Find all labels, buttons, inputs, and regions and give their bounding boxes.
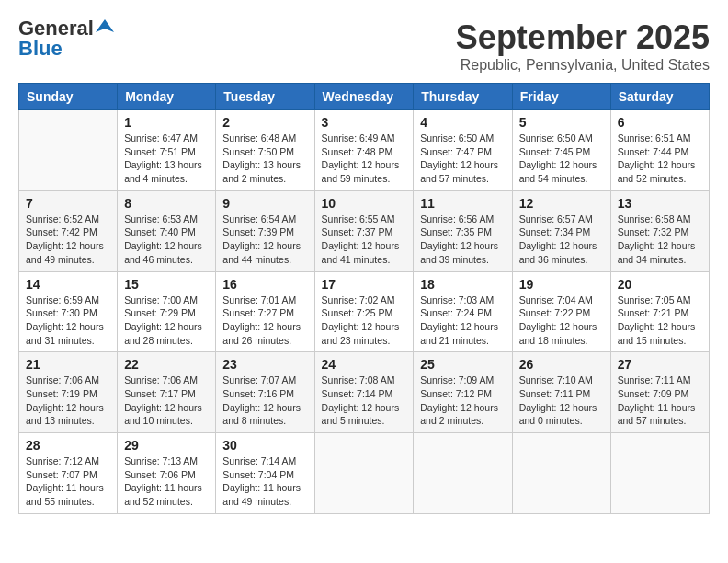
day-number: 2	[222, 115, 307, 130]
day-info: Sunrise: 7:09 AM Sunset: 7:12 PM Dayligh…	[420, 373, 505, 428]
day-info: Sunrise: 7:14 AM Sunset: 7:04 PM Dayligh…	[222, 454, 307, 509]
calendar-cell: 4Sunrise: 6:50 AM Sunset: 7:47 PM Daylig…	[414, 110, 512, 191]
day-number: 8	[124, 196, 209, 211]
calendar-cell: 3Sunrise: 6:49 AM Sunset: 7:48 PM Daylig…	[314, 110, 414, 191]
calendar-week-row: 1Sunrise: 6:47 AM Sunset: 7:51 PM Daylig…	[19, 110, 710, 191]
logo-bird-icon	[96, 17, 114, 36]
day-number: 6	[618, 115, 702, 130]
day-number: 5	[519, 115, 604, 130]
calendar-cell: 25Sunrise: 7:09 AM Sunset: 7:12 PM Dayli…	[414, 352, 512, 433]
day-info: Sunrise: 6:50 AM Sunset: 7:45 PM Dayligh…	[519, 132, 604, 186]
logo-general-text: General	[18, 18, 94, 39]
day-number: 17	[322, 277, 407, 292]
calendar-cell: 1Sunrise: 6:47 AM Sunset: 7:51 PM Daylig…	[118, 110, 216, 191]
day-info: Sunrise: 7:08 AM Sunset: 7:14 PM Dayligh…	[322, 373, 407, 428]
title-block: September 2025 Republic, Pennsylvania, U…	[456, 18, 710, 74]
day-info: Sunrise: 7:04 AM Sunset: 7:22 PM Dayligh…	[519, 293, 604, 348]
calendar-cell	[19, 110, 118, 191]
day-number: 15	[124, 277, 209, 292]
calendar-cell	[610, 433, 709, 514]
day-number: 14	[26, 277, 110, 292]
day-info: Sunrise: 6:50 AM Sunset: 7:47 PM Dayligh…	[420, 132, 505, 186]
calendar-cell: 17Sunrise: 7:02 AM Sunset: 7:25 PM Dayli…	[314, 271, 414, 352]
day-info: Sunrise: 6:51 AM Sunset: 7:44 PM Dayligh…	[618, 132, 702, 186]
weekday-header-saturday: Saturday	[610, 84, 709, 110]
day-info: Sunrise: 6:52 AM Sunset: 7:42 PM Dayligh…	[26, 213, 110, 267]
day-number: 19	[519, 277, 604, 292]
day-info: Sunrise: 6:57 AM Sunset: 7:34 PM Dayligh…	[519, 213, 604, 267]
day-info: Sunrise: 7:06 AM Sunset: 7:19 PM Dayligh…	[26, 373, 110, 428]
calendar-cell: 15Sunrise: 7:00 AM Sunset: 7:29 PM Dayli…	[118, 271, 216, 352]
day-number: 4	[420, 115, 505, 130]
day-info: Sunrise: 6:54 AM Sunset: 7:39 PM Dayligh…	[222, 213, 307, 267]
weekday-header-wednesday: Wednesday	[314, 84, 414, 110]
day-number: 13	[618, 196, 702, 211]
calendar-cell: 10Sunrise: 6:55 AM Sunset: 7:37 PM Dayli…	[314, 190, 414, 271]
calendar-cell: 11Sunrise: 6:56 AM Sunset: 7:35 PM Dayli…	[414, 190, 512, 271]
calendar-week-row: 21Sunrise: 7:06 AM Sunset: 7:19 PM Dayli…	[19, 352, 710, 433]
location-text: Republic, Pennsylvania, United States	[456, 57, 710, 74]
calendar-cell: 18Sunrise: 7:03 AM Sunset: 7:24 PM Dayli…	[414, 271, 512, 352]
calendar-cell: 21Sunrise: 7:06 AM Sunset: 7:19 PM Dayli…	[19, 352, 118, 433]
calendar-cell: 28Sunrise: 7:12 AM Sunset: 7:07 PM Dayli…	[19, 433, 118, 514]
day-number: 7	[26, 196, 110, 211]
weekday-header-thursday: Thursday	[414, 84, 512, 110]
day-info: Sunrise: 6:48 AM Sunset: 7:50 PM Dayligh…	[222, 132, 307, 186]
day-info: Sunrise: 7:05 AM Sunset: 7:21 PM Dayligh…	[618, 293, 702, 348]
day-number: 1	[124, 115, 209, 130]
calendar-cell: 20Sunrise: 7:05 AM Sunset: 7:21 PM Dayli…	[610, 271, 709, 352]
day-info: Sunrise: 6:47 AM Sunset: 7:51 PM Dayligh…	[124, 132, 209, 186]
weekday-header-monday: Monday	[118, 84, 216, 110]
weekday-header-sunday: Sunday	[19, 84, 118, 110]
calendar-cell: 8Sunrise: 6:53 AM Sunset: 7:40 PM Daylig…	[118, 190, 216, 271]
day-info: Sunrise: 7:02 AM Sunset: 7:25 PM Dayligh…	[322, 293, 407, 348]
calendar-cell: 24Sunrise: 7:08 AM Sunset: 7:14 PM Dayli…	[314, 352, 414, 433]
day-number: 20	[618, 277, 702, 292]
day-number: 23	[222, 357, 307, 372]
calendar-cell: 22Sunrise: 7:06 AM Sunset: 7:17 PM Dayli…	[118, 352, 216, 433]
month-title: September 2025	[456, 18, 710, 57]
day-info: Sunrise: 7:03 AM Sunset: 7:24 PM Dayligh…	[420, 293, 505, 348]
day-number: 21	[26, 357, 110, 372]
calendar-week-row: 7Sunrise: 6:52 AM Sunset: 7:42 PM Daylig…	[19, 190, 710, 271]
day-number: 18	[420, 277, 505, 292]
calendar-cell: 14Sunrise: 6:59 AM Sunset: 7:30 PM Dayli…	[19, 271, 118, 352]
calendar-cell: 5Sunrise: 6:50 AM Sunset: 7:45 PM Daylig…	[512, 110, 610, 191]
calendar-cell: 13Sunrise: 6:58 AM Sunset: 7:32 PM Dayli…	[610, 190, 709, 271]
calendar-cell: 16Sunrise: 7:01 AM Sunset: 7:27 PM Dayli…	[216, 271, 314, 352]
day-info: Sunrise: 6:56 AM Sunset: 7:35 PM Dayligh…	[420, 213, 505, 267]
day-info: Sunrise: 6:58 AM Sunset: 7:32 PM Dayligh…	[618, 213, 702, 267]
day-info: Sunrise: 7:01 AM Sunset: 7:27 PM Dayligh…	[222, 293, 307, 348]
day-info: Sunrise: 7:11 AM Sunset: 7:09 PM Dayligh…	[618, 373, 702, 428]
day-info: Sunrise: 6:59 AM Sunset: 7:30 PM Dayligh…	[26, 293, 110, 348]
day-info: Sunrise: 7:06 AM Sunset: 7:17 PM Dayligh…	[124, 373, 209, 428]
day-info: Sunrise: 7:10 AM Sunset: 7:11 PM Dayligh…	[519, 373, 604, 428]
day-number: 11	[420, 196, 505, 211]
day-number: 25	[420, 357, 505, 372]
calendar-cell: 9Sunrise: 6:54 AM Sunset: 7:39 PM Daylig…	[216, 190, 314, 271]
day-number: 27	[618, 357, 702, 372]
day-number: 3	[322, 115, 407, 130]
day-number: 16	[222, 277, 307, 292]
calendar-cell: 27Sunrise: 7:11 AM Sunset: 7:09 PM Dayli…	[610, 352, 709, 433]
calendar-cell: 29Sunrise: 7:13 AM Sunset: 7:06 PM Dayli…	[118, 433, 216, 514]
day-info: Sunrise: 7:00 AM Sunset: 7:29 PM Dayligh…	[124, 293, 209, 348]
calendar-cell: 30Sunrise: 7:14 AM Sunset: 7:04 PM Dayli…	[216, 433, 314, 514]
day-number: 30	[222, 438, 307, 453]
calendar-cell	[512, 433, 610, 514]
calendar-cell	[314, 433, 414, 514]
day-number: 12	[519, 196, 604, 211]
calendar-cell: 23Sunrise: 7:07 AM Sunset: 7:16 PM Dayli…	[216, 352, 314, 433]
day-info: Sunrise: 7:07 AM Sunset: 7:16 PM Dayligh…	[222, 373, 307, 428]
day-number: 22	[124, 357, 209, 372]
calendar-cell: 6Sunrise: 6:51 AM Sunset: 7:44 PM Daylig…	[610, 110, 709, 191]
day-info: Sunrise: 7:12 AM Sunset: 7:07 PM Dayligh…	[26, 454, 110, 509]
logo: General Blue	[18, 18, 114, 59]
day-info: Sunrise: 6:49 AM Sunset: 7:48 PM Dayligh…	[322, 132, 407, 186]
day-info: Sunrise: 6:53 AM Sunset: 7:40 PM Dayligh…	[124, 213, 209, 267]
weekday-header-tuesday: Tuesday	[216, 84, 314, 110]
day-number: 29	[124, 438, 209, 453]
calendar-week-row: 28Sunrise: 7:12 AM Sunset: 7:07 PM Dayli…	[19, 433, 710, 514]
day-number: 26	[519, 357, 604, 372]
day-number: 24	[322, 357, 407, 372]
